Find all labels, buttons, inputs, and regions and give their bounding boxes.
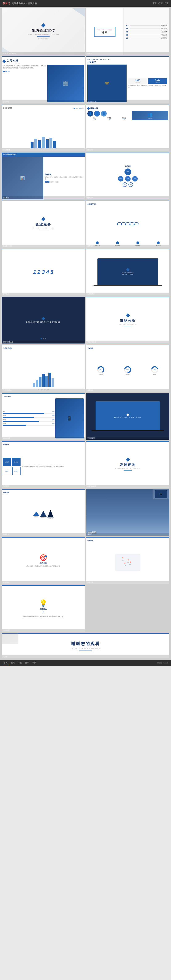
slide-9[interactable]: 企业服务 ENTERPRISE SERVICES 企业服务标题 [2, 200, 85, 247]
slide-6-label: 团队介绍 [86, 148, 169, 151]
slide-8[interactable]: 组织架构 CEO COO CTO CFO CMO CHO 组织架构 [86, 153, 169, 199]
slide-17[interactable]: 产品市场占比 产品A 80% 产品B [2, 393, 85, 440]
slide-11[interactable]: 1 2 3 4 5 数字展示 [2, 249, 85, 296]
doc-title: 简约企业宣传 - 演示文稿 [12, 2, 37, 5]
slide-7[interactable]: BUSINESS CASES 📊 业务案例 公司在多个行业领域拥有丰富的业务案例… [2, 153, 85, 199]
bar-2 [34, 139, 37, 148]
stat-0: 2000 成立时间 [128, 78, 147, 84]
dot-2 [43, 338, 44, 339]
num-4: 4 [46, 269, 49, 275]
hbar-title: 产品市场占比 [3, 396, 84, 398]
bar-7 [53, 141, 56, 148]
chain-link-3 [125, 223, 130, 225]
dev-line [124, 470, 132, 471]
market-line [124, 326, 132, 326]
team-image: 👥 专业团队 [132, 111, 168, 120]
slide-12-label: 互联网未来 [86, 293, 169, 296]
dark-diamond [41, 317, 45, 320]
slide-12[interactable]: BRING INTERNETTO THE FUTURE 互联网未来 [86, 249, 169, 296]
dev-diamond [126, 458, 130, 462]
slide-19-label: 方块布局 [2, 485, 85, 488]
org-chart: CEO COO CTO CFO CMO CHO [118, 169, 138, 187]
slide-1[interactable]: 简约企业宣传 BUSINESS REP CBEL SUMMARIZES TEMP… [2, 8, 85, 55]
num-2: 2 [38, 269, 40, 275]
blocks-grid: 核心业务 技术支持 市场推广 客户服务 [3, 458, 21, 475]
city-tablet-frame: 📱 [152, 489, 169, 500]
slide-5[interactable]: 业务增长数据 2018 2019 [2, 105, 85, 151]
legend-2: 2019 [79, 108, 84, 109]
case-image: 📊 [2, 157, 43, 199]
bottom-nav-dl[interactable]: 下载 [17, 661, 23, 665]
toc-item-5: 05 发展规划 [126, 37, 167, 39]
arrow-up-2 [40, 511, 46, 517]
slide-18[interactable]: BRING INTERNET TO THE FUTURE 互联网页面 [86, 393, 169, 440]
company-section-title: 公司介绍 [7, 59, 20, 62]
slide-14[interactable]: 市场分析 MARKET ANALYSIS 市场分析标题 [86, 297, 169, 344]
donut-1: 65% 市场占比 [97, 366, 104, 375]
bottom-nav-report[interactable]: 举报 [31, 661, 37, 665]
slide-5-label: 业务数据图表 [2, 148, 85, 151]
slide-21[interactable]: 战略目标 短期目标 中期目标 长期目标 目标箭头 [2, 489, 85, 536]
hbar-row-2: 产品B 60% [3, 415, 54, 418]
cases-title: BUSINESS CASES [3, 154, 16, 155]
numbers-display: 1 2 3 4 5 [33, 269, 53, 275]
arrow-up-3 [48, 510, 54, 517]
mbar-1 [33, 383, 35, 387]
slide-19[interactable]: 服务矩阵 核心业务 技术支持 市场推广 客户服务 [2, 441, 85, 488]
slide-13[interactable]: BRING INTERNET TO THE FUTURE 互联网未来大图 [2, 297, 85, 344]
slide-15[interactable]: 市场增长趋势 Q1 Q2 Q3 Q4 市场数据图表 [2, 345, 85, 391]
dark-dots [2, 338, 85, 339]
member-avatar-1: 👤 [87, 111, 93, 116]
bottom-bar: 首页 收藏 下载 分享 举报 第1页 共26页 [0, 660, 171, 666]
slide-3[interactable]: 公司介绍 COMPANY PROFILE 公司成立于2000年，是一家专注于互联… [2, 56, 85, 103]
toc-item-3: 03 企业服务 [126, 31, 167, 33]
services-title: 企业服务 [35, 223, 51, 227]
city-tablet-screen: 📱 [155, 490, 167, 498]
fav-btn[interactable]: 收藏 [158, 2, 163, 5]
slide-17-label: 横向条形图 [2, 437, 85, 440]
slide-24[interactable]: 全国布局 📍 北京 📍 上海 📍 广州 [86, 537, 169, 584]
slide-22[interactable]: 📱 未来展望 城市图片 [86, 489, 169, 536]
hbar-row-3: 产品C 70% [3, 419, 54, 422]
slide-20[interactable]: 发展规划 DEVELOPMENT PLANNING 发展规划标题 [86, 441, 169, 488]
company-text-area: 公司成立于2000年，是一家专注于互联网技术服务的高新技术企业，致力于为客户提供… [3, 65, 46, 102]
dot-3 [45, 338, 46, 339]
services-diamond [41, 217, 46, 221]
hbar-content: 产品A 80% 产品B 60% [3, 398, 84, 438]
chain-link-5 [134, 223, 139, 225]
block-2: 技术支持 [12, 458, 21, 466]
hbar-fill-2 [3, 417, 34, 418]
slide-2[interactable]: TABLE OF CONTENTS 目录 01 公司介绍 02 团队介绍 03 [86, 8, 169, 55]
top-bar: 演示门 简约企业宣传 - 演示文稿 下载 收藏 分享 [0, 0, 171, 7]
loc-1: 📍 北京 [122, 557, 124, 561]
top-bar-right: 下载 收藏 分享 [152, 2, 168, 5]
block-1: 核心业务 [3, 458, 11, 466]
cover-main-title: 简约企业宣传 [32, 29, 55, 33]
chain-container [87, 207, 168, 241]
dark-title: BRING INTERNET TO THE FUTURE [26, 321, 60, 323]
thank-you-subtitle: THANK YOU FOR WATCHING [71, 648, 100, 649]
slide-6[interactable]: 团队介绍 👤 👤 👤 [86, 105, 169, 151]
company-body: 公司成立于2000年，是一家专注于互联网技术服务的高新技术企业，致力于为客户提供… [3, 65, 84, 102]
slide-16[interactable]: 关键指标 65% 市场占比 75% [86, 345, 169, 391]
bottom-nav-home[interactable]: 首页 [3, 661, 9, 665]
company-desc: 公司成立于2000年，是一家专注于互联网技术服务的高新技术企业，致力于为客户提供… [3, 65, 46, 69]
member-name-3: 王总监 CTO [117, 118, 131, 120]
bottom-nav-fav[interactable]: 收藏 [10, 661, 16, 665]
bar-5 [46, 139, 49, 148]
slide-4[interactable]: COMPANY PROFILE 公司概况 🤝 2000 成立时间 500+ [86, 56, 169, 103]
slide-10[interactable]: 企业服务项目 技术研发 市场营销 [86, 200, 169, 247]
person-icon-1: 👤 [89, 112, 92, 115]
download-btn[interactable]: 下载 [152, 2, 157, 5]
team-diamond [87, 107, 90, 110]
bottom-nav: 首页 收藏 下载 分享 举报 [3, 661, 37, 665]
slide-26[interactable]: 谢谢您的观看 THANK YOU FOR WATCHING 结束语 [2, 633, 169, 658]
share-btn[interactable]: 分享 [164, 2, 168, 5]
arrow-3: 长期目标 [48, 510, 54, 519]
city-icon: 📱 [160, 493, 163, 496]
bottom-nav-share[interactable]: 分享 [24, 661, 30, 665]
slide-7-label: 业务案例 [2, 196, 85, 199]
slide-25[interactable]: 💡 创新理念 " 创新是企业发展的核心驱动力，我们始终坚持以创新引领未来的发展方… [2, 585, 85, 632]
slide-23[interactable]: 🎯 核心目标 以客户为核心，以创新为动力，以质量为生命，不断超越自我。 靶心目标 [2, 537, 85, 584]
dark2-base [91, 430, 164, 431]
